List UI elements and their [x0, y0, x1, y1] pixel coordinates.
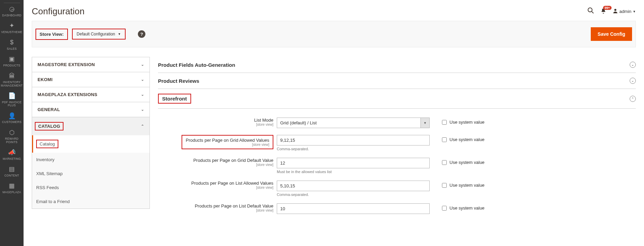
box-icon: ▣ [9, 56, 15, 63]
grid-default-input[interactable] [277, 158, 430, 168]
field-label: Products per Page on List Allowed Values… [158, 181, 277, 189]
system-value-checkbox[interactable] [442, 206, 447, 211]
tab-ekomi[interactable]: EKOMI ⌄ [32, 72, 150, 87]
sub-item-inventory[interactable]: Inventory [32, 153, 149, 167]
account-dropdown[interactable]: admin ▼ [613, 8, 636, 15]
admin-sidebar: ◶ DASHBOARD ✦ VENUSTHEME $ SALES ▣ PRODU… [0, 0, 24, 246]
expand-icon: ⌄ [630, 78, 636, 84]
store-view-value: Default Configuration [77, 32, 115, 36]
sidebar-item-marketing[interactable]: 📣 MARKETING [0, 147, 24, 163]
sidebar-item-mageplaza[interactable]: ▦ MAGEPLAZA [0, 180, 24, 197]
sidebar-item-dashboard[interactable]: ◶ DASHBOARD [0, 3, 24, 20]
tab-magestore[interactable]: MAGESTORE EXTENSION ⌄ [32, 57, 150, 72]
store-view-bar: Store View: Default Configuration ▼ ? Sa… [32, 21, 636, 47]
sidebar-item-label: CONTENT [4, 174, 19, 177]
sidebar-item-inventory[interactable]: 🏛 INVENTORY MANAGEMENT [0, 70, 24, 90]
sidebar-item-venustheme[interactable]: ✦ VENUSTHEME [0, 20, 24, 36]
bell-icon [600, 9, 606, 15]
field-grid-default: Products per Page on Grid Default Value … [158, 158, 636, 174]
list-mode-select[interactable]: Grid (default) / List ▼ [277, 118, 430, 128]
section-title: Storefront [158, 94, 191, 104]
main-content: Configuration 99+ admin ▼ Store View: [24, 0, 644, 246]
use-system-value[interactable]: Use system value [430, 118, 485, 125]
search-icon[interactable] [587, 7, 594, 16]
field-label: List Mode [store view] [158, 118, 277, 126]
sub-item-label: Inventory [36, 157, 54, 162]
use-system-value[interactable]: Use system value [430, 203, 485, 211]
sub-item-rss-feeds[interactable]: RSS Feeds [32, 181, 149, 195]
system-value-checkbox[interactable] [442, 183, 447, 188]
dollar-icon: $ [10, 39, 13, 46]
sidebar-item-products[interactable]: ▣ PRODUCTS [0, 53, 24, 70]
config-tabs: MAGESTORE EXTENSION ⌄ EKOMI ⌄ MAGEPLAZA … [32, 57, 150, 221]
field-grid-allowed: Products per Page on Grid Allowed Values… [158, 135, 636, 151]
save-config-button[interactable]: Save Config [591, 27, 632, 41]
sub-item-label: Catalog [36, 140, 58, 148]
use-system-value[interactable]: Use system value [430, 158, 485, 165]
sidebar-item-reward[interactable]: ⬡ REWARD POINTS [0, 127, 24, 147]
help-icon[interactable]: ? [138, 30, 145, 38]
sidebar-item-content[interactable]: ▤ CONTENT [0, 163, 24, 180]
sub-item-catalog[interactable]: Catalog [32, 135, 149, 153]
store-view-controls: Store View: Default Configuration ▼ ? [35, 29, 145, 40]
sidebar-item-customers[interactable]: 👤 CUSTOMERS [0, 110, 24, 127]
notifications-button[interactable]: 99+ [600, 8, 606, 15]
scope-text: [store view] [158, 209, 273, 212]
caret-down-icon: ▼ [633, 10, 636, 13]
sub-item-xml-sitemap[interactable]: XML Sitemap [32, 167, 149, 181]
sidebar-item-pdf-invoice[interactable]: 📄 PDF INVOICE PLUS [0, 90, 24, 110]
chevron-down-icon: ⌄ [141, 62, 144, 67]
field-control [277, 203, 430, 214]
sub-item-label: XML Sitemap [36, 171, 63, 176]
label-text: List Mode [254, 118, 273, 123]
use-system-value[interactable]: Use system value [430, 135, 485, 142]
system-value-checkbox[interactable] [442, 137, 447, 142]
caret-down-icon: ▼ [118, 32, 121, 36]
tab-label: EKOMI [38, 77, 53, 82]
section-title: Product Reviews [158, 78, 199, 84]
grid-allowed-input[interactable] [277, 135, 430, 145]
sub-item-label: RSS Feeds [36, 185, 59, 190]
store-view-select[interactable]: Default Configuration ▼ [72, 29, 126, 40]
select-value: Grid (default) / List [277, 118, 320, 128]
system-value-label: Use system value [449, 160, 485, 165]
notification-badge: 99+ [603, 6, 612, 10]
field-control: Comma-separated. [277, 135, 430, 151]
grid-icon: ▦ [9, 183, 15, 189]
sidebar-item-label: MARKETING [3, 157, 21, 160]
tab-catalog[interactable]: CATALOG ⌃ [32, 117, 150, 135]
section-title: Product Fields Auto-Generation [158, 62, 235, 68]
account-label: admin [619, 9, 631, 14]
use-system-value[interactable]: Use system value [430, 181, 485, 188]
svg-point-2 [614, 9, 616, 11]
tab-label: CATALOG [35, 122, 63, 130]
person-icon: 👤 [8, 113, 16, 120]
catalog-sub-items: Catalog Inventory XML Sitemap RSS Feeds … [32, 135, 150, 209]
sidebar-item-sales[interactable]: $ SALES [0, 36, 24, 53]
hexagon-icon: ⬡ [9, 129, 15, 136]
tab-label: GENERAL [38, 107, 60, 112]
section-product-fields[interactable]: Product Fields Auto-Generation ⌄ [158, 57, 636, 73]
list-allowed-input[interactable] [277, 181, 430, 191]
list-default-input[interactable] [277, 203, 430, 214]
tab-mageplaza-ext[interactable]: MAGEPLAZA EXTENSIONS ⌄ [32, 87, 150, 102]
section-storefront[interactable]: Storefront ⌃ [158, 89, 636, 109]
field-control: Grid (default) / List ▼ [277, 118, 430, 128]
system-value-checkbox[interactable] [442, 120, 447, 125]
sidebar-item-label: DASHBOARD [2, 14, 22, 17]
store-view-label: Store View: [35, 29, 68, 40]
system-value-label: Use system value [449, 137, 485, 142]
sidebar-item-label: REWARD POINTS [1, 137, 23, 144]
field-note: Comma-separated. [277, 147, 430, 151]
sub-item-email-friend[interactable]: Email to a Friend [32, 195, 149, 209]
layout-icon: ▤ [9, 166, 15, 173]
system-value-checkbox[interactable] [442, 160, 447, 165]
field-list-allowed: Products per Page on List Allowed Values… [158, 181, 636, 197]
system-value-label: Use system value [449, 205, 485, 211]
section-product-reviews[interactable]: Product Reviews ⌄ [158, 73, 636, 89]
scope-text: [store view] [186, 143, 269, 147]
tab-general[interactable]: GENERAL ⌄ [32, 102, 150, 117]
field-list-default: Products per Page on List Default Value … [158, 203, 636, 214]
label-text: Products per Page on Grid Default Value [193, 158, 273, 163]
tab-label: MAGEPLAZA EXTENSIONS [38, 92, 97, 97]
